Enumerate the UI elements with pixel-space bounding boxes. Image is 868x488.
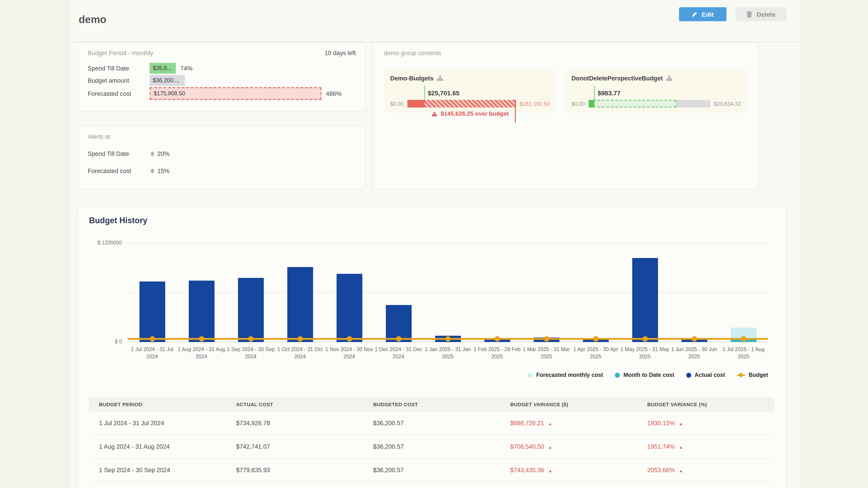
budget-point xyxy=(149,336,155,342)
row-label: Spend Till Date xyxy=(88,65,150,72)
alert-label: Spend Till Date xyxy=(88,151,150,157)
cell-budgeted-cost: $36,200.57 xyxy=(363,467,500,474)
over-budget-note: $145,626.25 over budget xyxy=(390,110,550,117)
x-axis-label: 1 Jun 2025 - 30 Jun 2025 xyxy=(668,346,721,360)
forecasted-cost-row: Forecasted cost $175,908.50 486% xyxy=(88,87,356,100)
x-axis-label: 1 Jul 2025 - 1 Aug 2025 xyxy=(717,346,770,360)
page-title: demo xyxy=(79,13,106,26)
x-axis-label: 1 Jan 2025 - 31 Jan 2025 xyxy=(421,346,474,360)
budget-point xyxy=(248,336,253,342)
spend-till-date-row: Spend Till Date $26,6... 74% xyxy=(88,62,356,74)
chart-category-slot: 1 Aug 2024 - 31 Aug 2024 xyxy=(177,243,226,342)
row-label: Budget amount xyxy=(88,77,150,84)
gauge-value: $25,701.65 xyxy=(428,90,459,97)
delete-button[interactable]: Delete xyxy=(736,7,786,21)
up-triangle-icon: ▲ xyxy=(548,445,552,450)
up-triangle-icon: ▲ xyxy=(548,422,552,426)
legend-label: Forecasted monthly cost xyxy=(536,372,603,378)
cell-variance-pct: 1951.74%▲ xyxy=(638,443,774,450)
cell-variance-pct: 1930.15%▲ xyxy=(638,420,774,427)
budget-history-table: BUDGET PERIODACTUAL COSTBUDGETED COSTBUD… xyxy=(89,397,774,482)
table-row: 1 Sep 2024 - 30 Sep 2024$779,635.93$36,2… xyxy=(89,459,774,482)
up-triangle-icon: ▲ xyxy=(679,468,683,473)
chart-category-slot: 1 Jul 2025 - 1 Aug 2025 xyxy=(719,243,768,342)
group-contents-panel: demo group contents Demo-Budgets $0.00 xyxy=(373,42,758,190)
budget-amount-row: Budget amount $36,200.... xyxy=(88,74,356,86)
over-budget-text: $145,626.25 over budget xyxy=(441,110,509,117)
legend-label: Month to Date cost xyxy=(623,372,674,378)
cell-variance-usd: $698,726.21▲ xyxy=(500,420,637,427)
legend-dot-icon xyxy=(615,372,620,378)
alerts-card: Alerts at Spend Till Date 20% Forecasted… xyxy=(78,126,365,190)
budget-point xyxy=(199,336,204,342)
table-header-cell: BUDGET PERIOD xyxy=(89,402,226,407)
cell-actual-cost: $779,635.93 xyxy=(226,467,363,474)
edit-button[interactable]: Edit xyxy=(679,7,726,21)
page: demo Edit Delete Budget Period - monthly… xyxy=(0,0,868,488)
budget-period-card: Budget Period - monthly 10 days left Spe… xyxy=(78,42,365,111)
row-label: Forecasted cost xyxy=(88,90,150,97)
page-header: demo Edit Delete xyxy=(70,0,800,42)
days-left: 10 days left xyxy=(324,50,356,57)
x-axis-label: 1 Sep 2024 - 30 Sep 2024 xyxy=(224,346,277,360)
actual-cost-bar xyxy=(287,267,313,342)
budget-period-title: Budget Period - monthly xyxy=(88,50,153,57)
cell-budget-period: 1 Sep 2024 - 30 Sep 2024 xyxy=(89,467,226,474)
alert-spend-row: Spend Till Date 20% xyxy=(88,151,356,157)
budget-history-title: Budget History xyxy=(89,216,774,225)
gauge-end-line xyxy=(515,100,516,123)
delete-button-label: Delete xyxy=(756,11,776,18)
alert-threshold: 15% xyxy=(157,168,169,174)
x-axis-label: 1 Feb 2025 - 28 Feb 2025 xyxy=(470,346,524,360)
chart-category-slot: 1 Sep 2024 - 30 Sep 2024 xyxy=(226,243,275,342)
table-row: 1 Jul 2024 - 31 Jul 2024$734,926.78$36,2… xyxy=(89,412,774,435)
chart-category-slot: 1 May 2025 - 31 May 2025 xyxy=(620,243,670,342)
up-triangle-icon: ▲ xyxy=(548,468,552,473)
x-axis-label: 1 Oct 2024 - 31 Oct 2024 xyxy=(273,346,327,360)
budget-amount-bar: $36,200.... xyxy=(150,75,185,86)
cell-budget-period: 1 Jul 2024 - 31 Jul 2024 xyxy=(89,420,226,427)
spend-till-date-bar: $26,6... xyxy=(150,63,176,74)
cell-variance-usd: $743,435.36▲ xyxy=(500,467,637,474)
gauge-max-label: $161,192.50 xyxy=(520,101,550,107)
gauge-marker xyxy=(424,86,425,100)
content-panel: demo Edit Delete Budget Period - monthly… xyxy=(70,0,800,488)
forecasted-cost-bar: $175,908.50 xyxy=(150,87,321,100)
legend-item-forecasted-monthly-cost[interactable]: Forecasted monthly cost xyxy=(528,372,603,378)
legend-dot-icon xyxy=(686,372,691,378)
budget-point xyxy=(445,336,451,342)
budget-name: Demo-Budgets xyxy=(390,75,434,82)
forecast-pct: 486% xyxy=(326,90,342,97)
budget-point xyxy=(691,336,697,342)
legend-item-budget[interactable]: Budget xyxy=(737,372,768,378)
x-axis-label: 1 Aug 2024 - 31 Aug 2024 xyxy=(175,346,228,360)
budget-point xyxy=(396,336,401,342)
cell-budgeted-cost: $36,200.57 xyxy=(363,443,500,450)
gauge-spend-segment xyxy=(589,100,594,107)
table-header-cell: ACTUAL COST xyxy=(226,402,363,407)
chart-legend: Forecasted monthly costMonth to Date cos… xyxy=(89,372,768,378)
legend-label: Budget xyxy=(749,372,768,378)
cell-budgeted-cost: $36,200.57 xyxy=(363,420,500,427)
budget-gauge-demo-budgets[interactable]: Demo-Budgets $0.00 $25,701.65 xyxy=(384,70,556,112)
up-triangle-icon: ▲ xyxy=(679,445,683,450)
budget-gauge-donotdelete[interactable]: DonotDeletePerspectiveBudget $0.00 $983.… xyxy=(565,70,747,112)
warning-icon xyxy=(431,111,438,116)
actual-cost-bar xyxy=(139,282,165,342)
budget-point xyxy=(642,336,648,342)
chart-category-slot: 1 Jun 2025 - 30 Jun 2025 xyxy=(670,243,719,342)
actual-cost-bar xyxy=(188,281,214,342)
alert-threshold: 20% xyxy=(157,151,169,157)
budget-point xyxy=(297,336,303,342)
y-axis-label-zero: $ 0 xyxy=(81,339,122,344)
cell-actual-cost: $742,741.07 xyxy=(226,443,363,450)
chart-category-slot: 1 Mar 2025 - 31 Mar 2025 xyxy=(522,243,571,342)
legend-item-month-to-date-cost[interactable]: Month to Date cost xyxy=(615,372,674,378)
gauge-value: $983.77 xyxy=(598,90,620,97)
legend-item-actual-cost[interactable]: Actual cost xyxy=(686,372,725,378)
alert-forecast-row: Forecasted cost 15% xyxy=(88,168,356,174)
x-axis-label: 1 Nov 2024 - 30 Nov 2024 xyxy=(322,346,376,360)
gauge-max-label: $20,634.32 xyxy=(714,101,741,107)
group-contents-title: demo group contents xyxy=(384,50,747,57)
budget-marker-icon xyxy=(737,375,745,376)
